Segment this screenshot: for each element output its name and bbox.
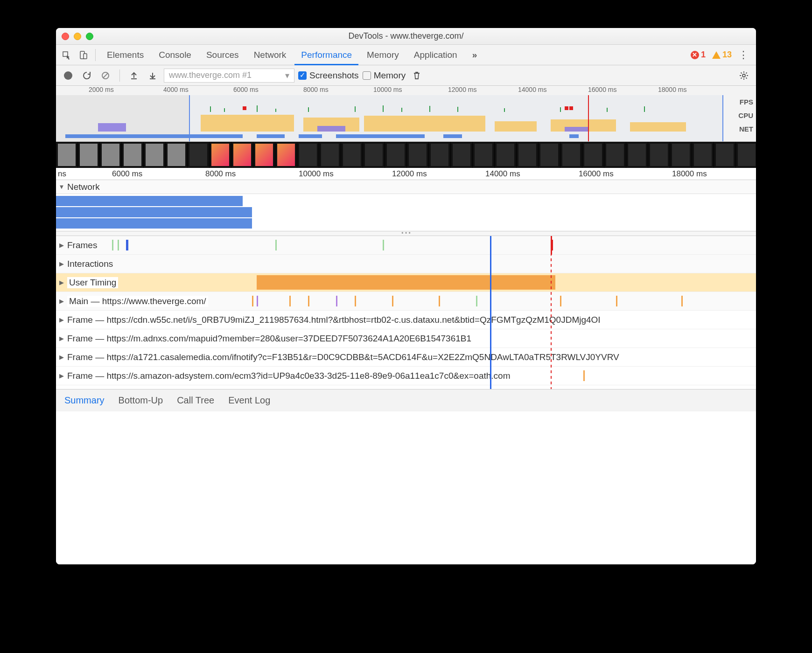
screenshot-thumb[interactable] <box>626 142 648 168</box>
screenshot-thumb[interactable] <box>648 142 670 168</box>
menu-icon[interactable]: ⋮ <box>734 49 753 61</box>
network-request-bar[interactable] <box>56 207 252 217</box>
disclosure-icon[interactable]: ▶ <box>58 242 65 249</box>
flame-chart[interactable]: ▶ Frames ▶ Interactions ▶ User Timing ▶ … <box>56 236 756 389</box>
screenshots-filmstrip[interactable] <box>56 142 756 168</box>
garbage-collect-icon[interactable] <box>409 68 424 83</box>
tabs-overflow[interactable]: » <box>466 45 484 65</box>
overview-strip[interactable]: 2000 ms 4000 ms 6000 ms 8000 ms 10000 ms… <box>56 86 756 142</box>
tab-console[interactable]: Console <box>152 45 198 65</box>
disclosure-icon[interactable]: ▶ <box>58 372 65 379</box>
screenshot-thumb[interactable] <box>188 142 210 168</box>
screenshot-thumb[interactable] <box>473 142 495 168</box>
disclosure-icon[interactable]: ▼ <box>58 183 65 190</box>
tab-bottom-up[interactable]: Bottom-Up <box>119 395 163 406</box>
save-profile-icon[interactable] <box>145 68 160 83</box>
screenshot-thumb[interactable] <box>78 142 100 168</box>
tab-summary[interactable]: Summary <box>64 395 105 406</box>
load-profile-icon[interactable] <box>126 68 141 83</box>
zoom-icon[interactable] <box>86 33 93 40</box>
overview-body[interactable] <box>56 95 723 141</box>
flame-ruler[interactable]: ns 6000 ms 8000 ms 10000 ms 12000 ms 140… <box>56 168 756 180</box>
load-event-line <box>588 95 589 141</box>
disclosure-icon[interactable]: ▶ <box>58 335 65 342</box>
lane-interactions[interactable]: ▶ Interactions <box>56 255 756 273</box>
screenshot-thumb[interactable] <box>429 142 451 168</box>
screenshot-thumb[interactable] <box>385 142 407 168</box>
minimize-icon[interactable] <box>74 33 81 40</box>
screenshot-thumb[interactable] <box>451 142 473 168</box>
screenshot-thumb[interactable] <box>122 142 144 168</box>
screenshots-label: Screenshots <box>309 70 359 81</box>
lane-frame-row[interactable]: ▶ Frame — https://cdn.w55c.net/i/s_0RB7U… <box>56 311 756 329</box>
long-frame-marker <box>565 106 568 110</box>
screenshot-thumb[interactable] <box>692 142 714 168</box>
lane-user-timing[interactable]: ▶ User Timing <box>56 273 756 292</box>
tab-sources[interactable]: Sources <box>200 45 245 65</box>
pane-resize-handle[interactable]: • • • <box>56 231 756 236</box>
lane-frame-row[interactable]: ▶ Frame — https://m.adnxs.com/mapuid?mem… <box>56 329 756 348</box>
network-lane-label: Network <box>67 182 103 192</box>
lane-frame-row[interactable]: ▶ Frame — https://ib.3lift.com/userSync.… <box>56 385 756 389</box>
screenshots-checkbox[interactable]: Screenshots <box>298 70 359 81</box>
warning-count[interactable]: 13 <box>712 50 732 60</box>
lane-main[interactable]: ▶ Main — https://www.theverge.com/ <box>56 292 756 311</box>
screenshot-thumb[interactable] <box>100 142 122 168</box>
disclosure-icon[interactable]: ▶ <box>58 260 65 267</box>
tab-elements[interactable]: Elements <box>100 45 150 65</box>
screenshot-thumb[interactable] <box>736 142 756 168</box>
tab-call-tree[interactable]: Call Tree <box>177 395 214 406</box>
screenshot-thumb[interactable] <box>495 142 517 168</box>
disclosure-icon[interactable]: ▶ <box>58 316 65 323</box>
user-timing-bar[interactable] <box>257 275 555 290</box>
network-request-bar[interactable] <box>56 196 243 206</box>
warning-count-value: 13 <box>722 50 732 60</box>
screenshot-thumb[interactable] <box>582 142 604 168</box>
tab-event-log[interactable]: Event Log <box>228 395 270 406</box>
tab-application[interactable]: Application <box>407 45 464 65</box>
close-icon[interactable] <box>62 33 69 40</box>
chevron-down-icon: ▾ <box>285 70 289 81</box>
screenshot-thumb[interactable] <box>604 142 626 168</box>
clear-button[interactable] <box>98 68 113 83</box>
screenshot-thumb[interactable] <box>407 142 429 168</box>
tab-performance[interactable]: Performance <box>294 45 358 65</box>
lane-frame-row[interactable]: ▶ Frame — https://s.amazon-adsystem.com/… <box>56 367 756 385</box>
screenshot-thumb[interactable] <box>517 142 539 168</box>
recording-select[interactable]: www.theverge.com #1 ▾ <box>164 69 294 83</box>
checkbox-icon <box>363 71 371 80</box>
screenshot-thumb[interactable] <box>670 142 692 168</box>
inspect-icon[interactable] <box>59 48 74 63</box>
record-button[interactable] <box>61 68 76 83</box>
tab-network[interactable]: Network <box>247 45 293 65</box>
screenshot-thumb[interactable] <box>297 142 319 168</box>
screenshot-thumb[interactable] <box>231 142 253 168</box>
long-frame-marker <box>569 106 573 110</box>
screenshot-thumb[interactable] <box>210 142 231 168</box>
device-toggle-icon[interactable] <box>76 48 91 63</box>
disclosure-icon[interactable]: ▶ <box>58 354 65 361</box>
screenshot-thumb[interactable] <box>56 142 78 168</box>
screenshot-thumb[interactable] <box>363 142 385 168</box>
memory-checkbox[interactable]: Memory <box>363 70 406 81</box>
screenshot-thumb[interactable] <box>144 142 166 168</box>
screenshot-thumb[interactable] <box>341 142 363 168</box>
screenshot-thumb[interactable] <box>714 142 736 168</box>
screenshot-thumb[interactable] <box>319 142 341 168</box>
settings-icon[interactable] <box>736 68 751 83</box>
error-count[interactable]: ✕ 1 <box>691 50 706 60</box>
tab-memory[interactable]: Memory <box>360 45 406 65</box>
screenshot-thumb[interactable] <box>539 142 560 168</box>
network-request-bar[interactable] <box>56 218 252 229</box>
network-lane[interactable]: ▼ Network <box>56 180 756 231</box>
screenshot-thumb[interactable] <box>275 142 297 168</box>
screenshot-thumb[interactable] <box>560 142 582 168</box>
reload-button[interactable] <box>79 68 94 83</box>
fps-graph <box>56 105 723 112</box>
lane-frames[interactable]: ▶ Frames <box>56 236 756 255</box>
lane-frame-row[interactable]: ▶ Frame — https://a1721.casalemedia.com/… <box>56 348 756 367</box>
screenshot-thumb[interactable] <box>253 142 275 168</box>
disclosure-icon[interactable]: ▶ <box>58 279 65 286</box>
screenshot-thumb[interactable] <box>166 142 188 168</box>
disclosure-icon[interactable]: ▶ <box>58 298 65 305</box>
